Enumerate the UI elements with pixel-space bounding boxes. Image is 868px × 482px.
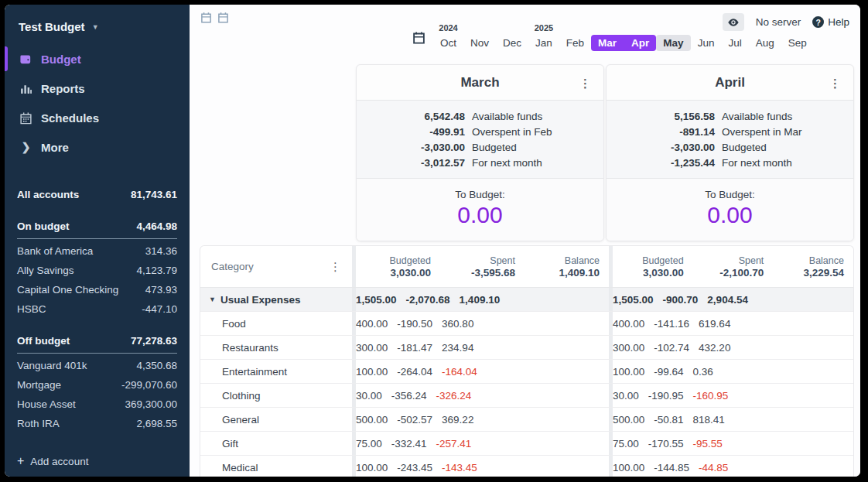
month-mar-selected[interactable]: Mar bbox=[591, 23, 624, 51]
spent-cell[interactable]: -170.55 bbox=[648, 438, 693, 450]
month-may[interactable]: May bbox=[656, 23, 690, 51]
add-account-label: Add account bbox=[30, 456, 88, 467]
account-row[interactable]: Bank of America 314.36 bbox=[17, 241, 177, 261]
server-status[interactable]: No server bbox=[756, 16, 801, 28]
balance-cell[interactable]: -257.41 bbox=[436, 438, 481, 450]
all-accounts-row[interactable]: All accounts 81,743.61 bbox=[17, 185, 177, 204]
budgeted-cell[interactable]: 500.00 bbox=[356, 414, 397, 426]
spent-cell[interactable]: -243.45 bbox=[397, 462, 442, 473]
balance-cell[interactable]: 0.36 bbox=[693, 366, 723, 378]
budget-switcher[interactable]: Test Budget ▼ bbox=[5, 5, 190, 44]
off-budget-row[interactable]: Off budget 77,278.63 bbox=[17, 331, 177, 350]
topbar: 2024Oct Nov Dec 2025Jan Feb Mar Apr May … bbox=[190, 5, 860, 63]
group-name: Usual Expenses bbox=[220, 294, 301, 306]
category-name[interactable]: General bbox=[200, 408, 352, 431]
budgeted-cell[interactable]: 300.00 bbox=[613, 342, 654, 354]
month-jun[interactable]: Jun bbox=[691, 23, 722, 51]
budget-name: Test Budget bbox=[19, 20, 85, 33]
spent-cell[interactable]: -190.50 bbox=[397, 318, 442, 330]
spent-cell[interactable]: -99.64 bbox=[654, 366, 692, 378]
month-nov[interactable]: Nov bbox=[463, 23, 496, 51]
add-account-button[interactable]: + Add account bbox=[17, 455, 88, 467]
month-menu-icon[interactable]: ⋮ bbox=[579, 77, 591, 88]
to-budget-value[interactable]: 0.00 bbox=[357, 202, 603, 228]
plus-icon: + bbox=[17, 455, 24, 467]
calendar-icon[interactable] bbox=[412, 31, 425, 47]
category-menu-icon[interactable]: ⋮ bbox=[330, 261, 341, 272]
help-button[interactable]: ? Help bbox=[812, 16, 849, 28]
category-name[interactable]: Food bbox=[200, 312, 352, 335]
month-summary-cards: March ⋮ 6,542.48Available funds -499.91O… bbox=[190, 63, 860, 244]
budgeted-cell[interactable]: 100.00 bbox=[356, 366, 397, 378]
balance-cell[interactable]: 818.41 bbox=[693, 414, 734, 426]
account-row[interactable]: Capital One Checking 473.93 bbox=[17, 280, 177, 299]
account-row[interactable]: Ally Savings 4,123.79 bbox=[17, 261, 177, 280]
one-month-view-icon[interactable] bbox=[200, 12, 212, 23]
balance-cell[interactable]: -160.95 bbox=[693, 390, 738, 402]
category-name[interactable]: Entertainment bbox=[200, 360, 352, 383]
budgeted-cell[interactable]: 300.00 bbox=[356, 342, 397, 354]
balance-cell[interactable]: 360.80 bbox=[442, 318, 483, 330]
spent-cell[interactable]: -141.16 bbox=[654, 318, 699, 330]
sidebar-item-more[interactable]: ❯ More bbox=[5, 132, 190, 162]
spent-cell[interactable]: -502.57 bbox=[397, 414, 442, 426]
budgeted-cell[interactable]: 400.00 bbox=[356, 318, 397, 330]
account-name: Capital One Checking bbox=[17, 284, 118, 296]
month-apr-selected[interactable]: Apr bbox=[624, 23, 656, 51]
category-row-entertainment: Entertainment 100.00 -264.04 -164.04 100… bbox=[200, 360, 853, 384]
month-oct[interactable]: 2024Oct bbox=[433, 23, 463, 51]
account-row[interactable]: HSBC -447.10 bbox=[17, 299, 177, 319]
category-row-clothing: Clothing 30.00 -356.24 -326.24 30.00 -19… bbox=[200, 384, 853, 408]
spent-cell[interactable]: -181.47 bbox=[397, 342, 442, 354]
account-row[interactable]: Roth IRA 2,698.55 bbox=[17, 414, 177, 433]
to-budget-value[interactable]: 0.00 bbox=[607, 202, 853, 228]
budgeted-cell[interactable]: 75.00 bbox=[613, 438, 648, 450]
sidebar-item-schedules[interactable]: Schedules bbox=[5, 103, 190, 132]
category-name[interactable]: Restaurants bbox=[200, 336, 352, 359]
category-name[interactable]: Gift bbox=[200, 432, 352, 455]
budgeted-cell[interactable]: 100.00 bbox=[613, 462, 654, 473]
account-name: Vanguard 401k bbox=[17, 360, 87, 371]
budgeted-cell[interactable]: 75.00 bbox=[356, 438, 391, 450]
spent-cell[interactable]: -356.24 bbox=[391, 390, 436, 402]
balance-cell[interactable]: -164.04 bbox=[442, 366, 487, 378]
group-expander[interactable]: ▼Usual Expenses bbox=[200, 288, 352, 311]
month-jan[interactable]: 2025Jan bbox=[528, 23, 559, 51]
balance-cell[interactable]: -44.85 bbox=[699, 462, 737, 473]
budgeted-cell[interactable]: 30.00 bbox=[613, 390, 648, 402]
all-accounts-value: 81,743.61 bbox=[131, 189, 177, 200]
month-feb[interactable]: Feb bbox=[559, 23, 591, 51]
balance-cell[interactable]: 234.94 bbox=[442, 342, 483, 354]
spent-cell[interactable]: -190.95 bbox=[648, 390, 693, 402]
on-budget-row[interactable]: On budget 4,464.98 bbox=[17, 217, 177, 236]
balance-cell[interactable]: 369.22 bbox=[442, 414, 483, 426]
month-dec[interactable]: Dec bbox=[496, 23, 528, 51]
budgeted-cell[interactable]: 400.00 bbox=[613, 318, 654, 330]
spent-cell[interactable]: -264.04 bbox=[397, 366, 442, 378]
sidebar-item-reports[interactable]: Reports bbox=[5, 73, 190, 103]
balance-cell[interactable]: -95.55 bbox=[693, 438, 732, 450]
spent-total: -3,595.68 bbox=[471, 267, 515, 279]
balance-cell[interactable]: 432.20 bbox=[699, 342, 740, 354]
budgeted-cell[interactable]: 30.00 bbox=[356, 390, 391, 402]
spent-cell[interactable]: -332.41 bbox=[391, 438, 436, 450]
account-row[interactable]: House Asset 369,300.00 bbox=[17, 395, 177, 414]
month-menu-icon[interactable]: ⋮ bbox=[829, 77, 841, 88]
balance-cell[interactable]: -326.24 bbox=[436, 390, 481, 402]
privacy-eye-button[interactable] bbox=[723, 13, 744, 31]
balance-cell[interactable]: -143.45 bbox=[442, 462, 487, 473]
account-row[interactable]: Vanguard 401k 4,350.68 bbox=[17, 356, 177, 375]
account-row[interactable]: Mortgage -299,070.60 bbox=[17, 375, 177, 395]
category-name[interactable]: Clothing bbox=[200, 384, 352, 407]
budgeted-cell[interactable]: 500.00 bbox=[613, 414, 654, 426]
march-totals-header: Budgeted3,030.00 Spent-3,595.68 Balance1… bbox=[356, 246, 609, 287]
spent-cell[interactable]: -102.74 bbox=[654, 342, 699, 354]
category-name[interactable]: Medical bbox=[200, 456, 352, 477]
balance-cell[interactable]: 619.64 bbox=[699, 318, 740, 330]
budgeted-cell[interactable]: 100.00 bbox=[356, 462, 397, 473]
two-month-view-icon[interactable] bbox=[217, 12, 229, 23]
spent-cell[interactable]: -144.85 bbox=[654, 462, 699, 473]
spent-cell[interactable]: -50.81 bbox=[654, 414, 692, 426]
budgeted-cell[interactable]: 100.00 bbox=[613, 366, 654, 378]
sidebar-item-budget[interactable]: Budget bbox=[5, 44, 190, 73]
